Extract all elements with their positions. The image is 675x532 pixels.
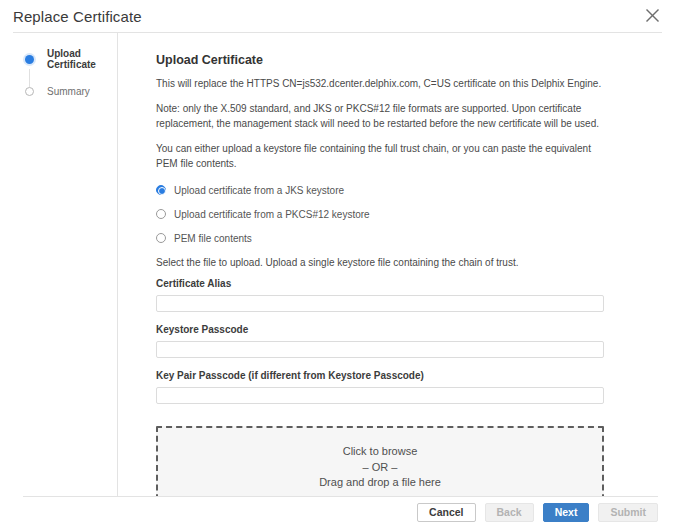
step-summary[interactable]: Summary bbox=[25, 85, 117, 97]
radio-unselected-icon bbox=[156, 233, 166, 243]
dialog-title: Replace Certificate bbox=[13, 8, 142, 25]
keypair-passcode-field-group: Key Pair Passcode (if different from Key… bbox=[156, 370, 604, 404]
dropzone-or-text: – OR – bbox=[363, 460, 398, 476]
dropzone-drag-text: Drag and drop a file here bbox=[319, 475, 441, 491]
upload-certificate-panel: Upload Certificate This will replace the… bbox=[118, 33, 675, 496]
keypair-passcode-label: Key Pair Passcode (if different from Key… bbox=[156, 370, 604, 381]
upload-hint-text: You can either upload a keystore file co… bbox=[156, 141, 604, 172]
submit-button[interactable]: Submit bbox=[598, 503, 658, 522]
replace-certificate-dialog: Replace Certificate Upload Certificate S… bbox=[0, 0, 675, 532]
certificate-source-radio-group: Upload certificate from a JKS keystore U… bbox=[156, 185, 604, 244]
dropzone-browse-text: Click to browse bbox=[343, 444, 418, 460]
radio-pem-contents[interactable]: PEM file contents bbox=[156, 233, 604, 244]
certificate-alias-field-group: Certificate Alias bbox=[156, 278, 604, 312]
step-inactive-dot-icon bbox=[25, 87, 34, 96]
dialog-header: Replace Certificate bbox=[0, 0, 675, 32]
panel-heading: Upload Certificate bbox=[156, 53, 604, 67]
radio-selected-icon bbox=[156, 185, 166, 195]
next-button[interactable]: Next bbox=[543, 503, 590, 522]
file-dropzone[interactable]: Click to browse – OR – Drag and drop a f… bbox=[156, 426, 604, 497]
certificate-alias-label: Certificate Alias bbox=[156, 278, 604, 289]
step-active-dot-icon bbox=[25, 55, 34, 64]
radio-unselected-icon bbox=[156, 209, 166, 219]
radio-jks-keystore[interactable]: Upload certificate from a JKS keystore bbox=[156, 185, 604, 196]
wizard-steps-sidebar: Upload Certificate Summary bbox=[0, 33, 118, 496]
radio-label: Upload certificate from a PKCS#12 keysto… bbox=[174, 209, 370, 220]
select-file-instruction: Select the file to upload. Upload a sing… bbox=[156, 257, 604, 268]
certificate-alias-input[interactable] bbox=[156, 295, 604, 312]
step-label: Summary bbox=[47, 86, 90, 97]
step-label: Upload Certificate bbox=[47, 48, 117, 70]
radio-pkcs12-keystore[interactable]: Upload certificate from a PKCS#12 keysto… bbox=[156, 209, 604, 220]
keystore-passcode-label: Keystore Passcode bbox=[156, 324, 604, 335]
radio-label: PEM file contents bbox=[174, 233, 252, 244]
keystore-passcode-input[interactable] bbox=[156, 341, 604, 358]
keypair-passcode-input[interactable] bbox=[156, 387, 604, 404]
format-note-text: Note: only the X.509 standard, and JKS o… bbox=[156, 101, 604, 132]
keystore-passcode-field-group: Keystore Passcode bbox=[156, 324, 604, 358]
back-button[interactable]: Back bbox=[485, 503, 534, 522]
cancel-button[interactable]: Cancel bbox=[417, 503, 475, 522]
dialog-footer: Cancel Back Next Submit bbox=[0, 497, 675, 532]
close-icon[interactable] bbox=[642, 5, 662, 25]
dialog-body: Upload Certificate Summary Upload Certif… bbox=[0, 33, 675, 496]
intro-text: This will replace the HTTPS CN=js532.dce… bbox=[156, 76, 604, 92]
step-upload-certificate[interactable]: Upload Certificate bbox=[25, 53, 117, 65]
radio-label: Upload certificate from a JKS keystore bbox=[174, 185, 344, 196]
